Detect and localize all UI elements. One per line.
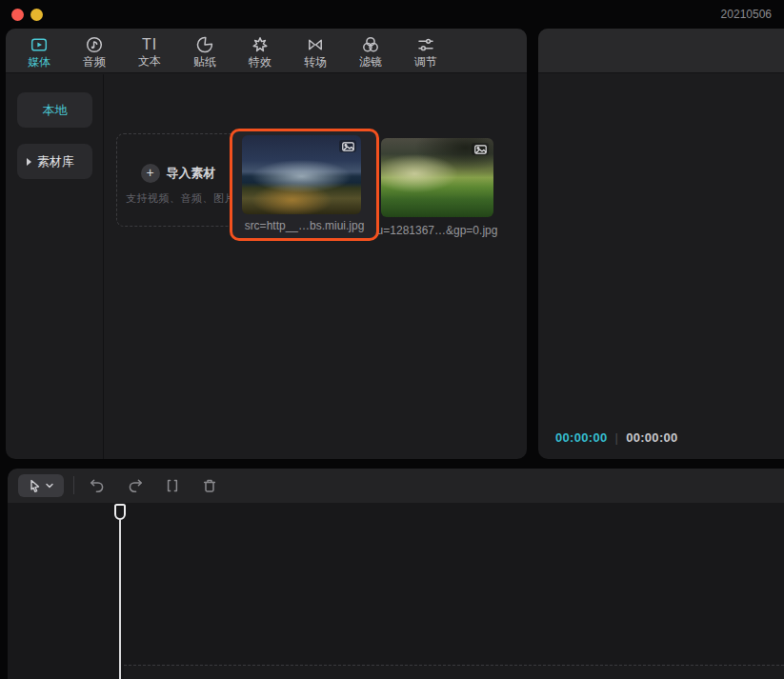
select-tool-button[interactable] [18, 474, 64, 497]
close-traffic-light[interactable] [11, 9, 24, 21]
tab-effects[interactable]: 特效 [232, 29, 288, 73]
plus-icon: + [141, 164, 160, 183]
sidebar-local-label: 本地 [43, 102, 68, 119]
titlebar: 20210506 [0, 0, 784, 29]
tab-media-label: 媒体 [28, 56, 50, 68]
delete-button[interactable] [201, 477, 218, 494]
tab-filter-label: 滤镜 [359, 56, 382, 68]
media-item-selected[interactable]: src=http__…bs.miui.jpg [230, 129, 379, 241]
timeline-playhead[interactable] [111, 503, 129, 679]
sidebar-item-local[interactable]: 本地 [17, 92, 92, 128]
total-time: 00:00:00 [626, 430, 677, 445]
image-type-badge [339, 140, 356, 152]
transition-icon [306, 35, 325, 54]
media-sidebar: 本地 素材库 [6, 74, 104, 459]
cursor-icon [29, 479, 41, 492]
text-icon: TI [142, 36, 157, 53]
timeline-toolbar [8, 469, 784, 503]
image-icon [474, 145, 487, 154]
playhead-line [119, 518, 121, 679]
filter-icon [361, 35, 380, 54]
media-thumbnail-night-lake [242, 135, 361, 214]
trash-icon [201, 477, 218, 494]
tab-filter[interactable]: 滤镜 [343, 29, 398, 73]
tab-media[interactable]: 媒体 [11, 29, 67, 73]
media-item-filename: u=1281367…&gp=0.jpg [372, 224, 502, 237]
current-time: 00:00:00 [555, 430, 607, 445]
audio-icon [85, 35, 104, 54]
redo-button[interactable] [127, 477, 144, 494]
media-item[interactable] [381, 138, 493, 217]
media-item-filename: src=http__…bs.miui.jpg [232, 219, 376, 232]
media-body: 本地 素材库 + 导入素材 支持视频、音频、图片 [6, 74, 527, 459]
tab-text-label: 文本 [138, 55, 161, 67]
tab-adjust[interactable]: 调节 [398, 29, 453, 73]
media-icon [30, 35, 49, 54]
window-title: 20210506 [721, 8, 772, 21]
effects-icon [251, 35, 270, 54]
tab-text[interactable]: TI 文本 [122, 29, 177, 73]
adjust-icon [416, 35, 435, 54]
image-icon [342, 142, 354, 151]
tab-adjust-label: 调节 [414, 56, 437, 68]
undo-icon [89, 477, 106, 494]
import-title: 导入素材 [167, 165, 216, 182]
preview-panel: 00:00:00 | 00:00:00 [538, 29, 784, 459]
tab-sticker[interactable]: 贴纸 [177, 29, 232, 73]
timeline-panel [8, 469, 784, 679]
media-toolbar: 媒体 音频 TI 文本 贴纸 特效 [6, 29, 527, 73]
split-icon [164, 477, 181, 494]
split-button[interactable] [164, 477, 181, 494]
tab-audio-label: 音频 [83, 56, 106, 68]
chevron-down-icon [46, 483, 53, 489]
import-subtitle: 支持视频、音频、图片 [126, 191, 235, 206]
tab-sticker-label: 贴纸 [193, 56, 216, 68]
import-title-row: + 导入素材 [117, 164, 239, 183]
timecode-separator: | [614, 430, 618, 445]
tab-audio[interactable]: 音频 [67, 29, 122, 73]
minimize-traffic-light[interactable] [30, 9, 43, 21]
sidebar-library-label: 素材库 [37, 153, 74, 170]
redo-icon [127, 477, 144, 494]
toolbar-divider [73, 476, 74, 494]
tab-transition-label: 转场 [304, 56, 327, 68]
undo-button[interactable] [89, 477, 106, 494]
timeline-track-dropzone[interactable] [124, 665, 784, 679]
tab-effects-label: 特效 [249, 56, 271, 68]
import-material-dropzone[interactable]: + 导入素材 支持视频、音频、图片 [116, 133, 240, 227]
image-type-badge [472, 143, 489, 155]
sticker-icon [195, 35, 214, 54]
chevron-right-icon [27, 158, 31, 166]
sidebar-item-library[interactable]: 素材库 [17, 144, 92, 179]
media-panel: 媒体 音频 TI 文本 贴纸 特效 [6, 29, 527, 459]
preview-header [538, 29, 784, 73]
tab-transition[interactable]: 转场 [288, 29, 343, 73]
timecode-display: 00:00:00 | 00:00:00 [555, 430, 678, 445]
